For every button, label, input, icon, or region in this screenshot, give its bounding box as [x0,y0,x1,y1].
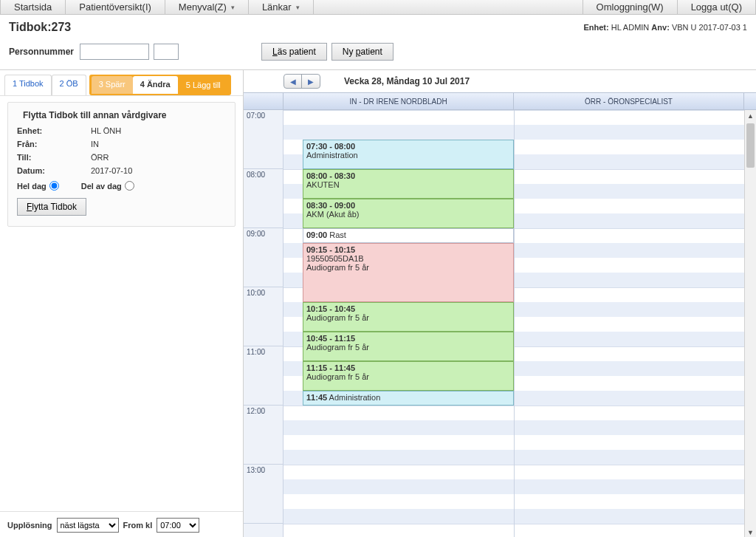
session-status: Enhet: HL ADMIN Anv: VBN U 2017-07-03 1 [583,23,747,32]
menu-omloggning[interactable]: Omloggning(W) [583,0,678,14]
fromkl-label: From kl [123,521,153,530]
radio-heldag-input[interactable] [49,181,59,191]
fromkl-select[interactable]: 07:00 [157,518,199,533]
menu-patientoversikt[interactable]: Patientöversikt(I) [66,0,165,14]
appointment[interactable]: 08:30 - 09:00AKM (Akut åb) [303,199,514,228]
menu-menyval[interactable]: Menyval(Z)▾ [165,0,249,14]
new-patient-button[interactable]: Ny patient [331,43,394,61]
hour-label: 09:00 [244,228,283,287]
appointment[interactable]: 10:45 - 11:15Audiogram fr 5 år [303,332,514,361]
upplosning-select[interactable]: näst lägsta [57,518,119,533]
menu-label: Patientöversikt(I) [79,1,151,13]
hour-label: 11:00 [244,346,283,406]
hour-label: 10:00 [244,287,283,346]
calendar-nav: ◀ ▶ Vecka 28, Måndag 10 Jul 2017 [244,70,756,92]
vertical-scrollbar[interactable]: ▲ ▼ [744,110,756,537]
flytta-tidbok-button[interactable]: Flytta Tidbok [17,198,86,216]
move-tidbok-panel: Flytta Tidbok till annan vårdgivare Enhe… [7,102,236,227]
tab-tidbok[interactable]: 1 Tidbok [4,75,52,95]
search-row: Personnummer Läs patient Ny patient [0,43,756,69]
title-row: Tidbok:273 Enhet: HL ADMIN Anv: VBN U 20… [0,15,756,43]
tabs: 1 Tidbok 2 ÖB 3 Spärr 4 Ändra 5 Lägg til… [0,70,243,96]
radio-label: Del av dag [81,182,122,191]
col-head-1: IN - DR IRENE NORDBLADH [284,93,514,109]
appointment[interactable]: 11:45 Administration [303,391,514,406]
appointment[interactable]: 07:30 - 08:00Administration [303,140,514,169]
anv-value: VBN U 2017-07-03 1 [672,23,747,32]
enhet-value: HL ADMIN [611,23,650,32]
page-title: Tidbok:273 [9,21,71,34]
kv-v-3: 2017-07-10 [91,166,226,175]
kv-k-0: Enhet: [17,126,91,135]
menu-loggaut[interactable]: Logga ut(Q) [678,0,756,14]
appointment[interactable]: 10:15 - 10:45Audiogram fr 5 år [303,302,514,332]
sidebar-footer: Upplösning näst lägsta From kl 07:00 [0,511,243,537]
kv-v-1: IN [91,140,226,148]
tab-andra[interactable]: 4 Ändra [133,76,178,94]
appointment[interactable]: 09:00 Rast [303,228,514,243]
caret-down-icon: ▾ [231,4,235,11]
kv-k-2: Till: [17,153,91,162]
hour-label: 13:00 [244,465,283,524]
hour-label: 12:00 [244,406,283,465]
calendar: ◀ ▶ Vecka 28, Måndag 10 Jul 2017 IN - DR… [244,70,756,537]
calendar-body: 07:0008:0009:0010:0011:0012:0013:00 07:3… [244,110,756,537]
kv-v-0: HL ÖNH [91,126,226,135]
menu-startsida[interactable]: Startsida [0,0,66,14]
scroll-up-icon[interactable]: ▲ [745,110,756,122]
panel-title: Flytta Tidbok till annan vårdgivare [23,110,226,120]
menu-label: Länkar [262,1,292,13]
tab-ob[interactable]: 2 ÖB [52,75,86,95]
radio-delavdag[interactable]: Del av dag [81,181,134,191]
hour-label: 07:00 [244,110,283,169]
calendar-columns-header: IN - DR IRENE NORDBLADH ÖRR - ÖRONSPECIA… [244,92,756,110]
col-head-2: ÖRR - ÖRONSPECIALIST [514,93,744,109]
appointment[interactable]: 09:15 - 10:1519550505DA1BAudiogram fr 5 … [303,243,514,302]
anv-label: Anv: [651,23,669,32]
next-day-button[interactable]: ▶ [302,75,320,88]
main: 1 Tidbok 2 ÖB 3 Spärr 4 Ändra 5 Lägg til… [0,69,756,537]
menu-lankar[interactable]: Länkar▾ [249,0,314,14]
appointment[interactable]: 11:15 - 11:45Audiogram fr 5 år [303,361,514,391]
hour-label: 08:00 [244,169,283,228]
personnummer-input-1[interactable] [80,44,149,60]
tab-laggtill[interactable]: 5 Lägg till [178,76,229,94]
tab-sparr: 3 Spärr [92,76,133,94]
personnummer-label: Personnummer [9,47,74,57]
read-patient-button[interactable]: Läs patient [261,43,327,61]
calendar-grid[interactable]: 07:30 - 08:00Administration08:00 - 08:30… [284,110,744,537]
menu-label: Menyval(Z) [179,1,227,13]
time-gutter: 07:0008:0009:0010:0011:0012:0013:00 [244,110,284,537]
kv-v-2: ÖRR [91,153,226,162]
appointment[interactable]: 08:00 - 08:30AKUTEN [303,169,514,199]
scroll-down-icon[interactable]: ▼ [745,527,756,537]
enhet-label: Enhet: [583,23,608,32]
radio-delavdag-input[interactable] [125,181,134,191]
kv-k-3: Datum: [17,166,91,175]
radio-heldag[interactable]: Hel dag [17,181,59,191]
scroll-thumb[interactable] [746,123,755,168]
sidebar: 1 Tidbok 2 ÖB 3 Spärr 4 Ändra 5 Lägg til… [0,70,244,537]
prev-day-button[interactable]: ◀ [284,75,302,88]
upplosning-label: Upplösning [7,521,52,530]
calendar-date-label: Vecka 28, Måndag 10 Jul 2017 [344,76,470,86]
caret-down-icon: ▾ [296,4,300,11]
menubar: Startsida Patientöversikt(I) Menyval(Z)▾… [0,0,756,15]
radio-label: Hel dag [17,182,47,191]
personnummer-input-2[interactable] [154,44,179,60]
kv-k-1: Från: [17,140,91,148]
